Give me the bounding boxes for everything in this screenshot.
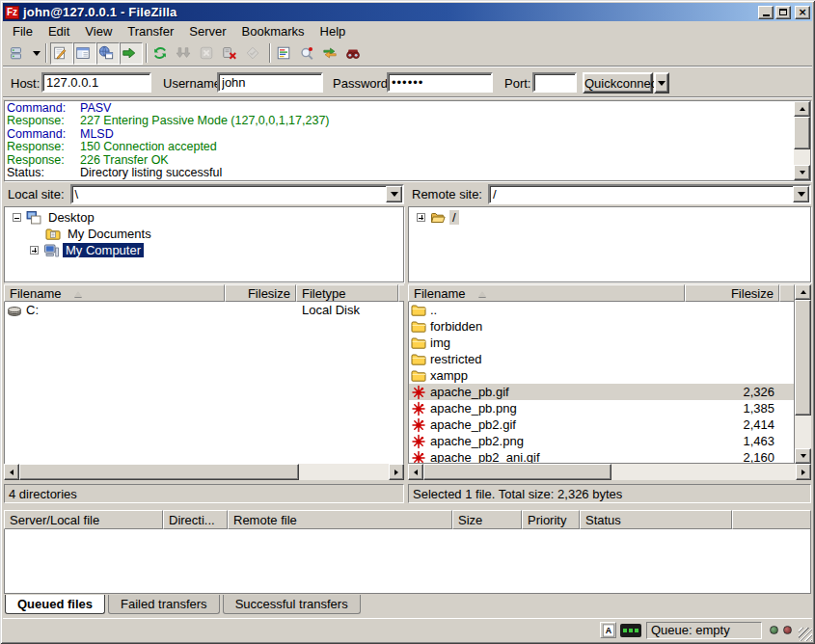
- collapse-icon[interactable]: [13, 213, 21, 222]
- host-input[interactable]: [41, 72, 151, 93]
- remote-tree-item-item[interactable]: /: [409, 209, 810, 226]
- arrow-down-icon: [800, 171, 805, 174]
- toggle-remote-tree-button[interactable]: [96, 42, 120, 65]
- status-bar: A Queue: empty: [3, 618, 812, 641]
- local-horizontal-scrollbar[interactable]: [4, 464, 404, 480]
- tab-successful-transfers[interactable]: Successful transfers: [223, 595, 361, 614]
- maximize-button[interactable]: [775, 6, 791, 19]
- toolbar: [3, 40, 812, 67]
- local-column-header-filename[interactable]: Filename: [4, 284, 225, 302]
- remote-site-dropdown-button[interactable]: [793, 186, 809, 202]
- scroll-down-button[interactable]: [795, 448, 811, 464]
- remote-file-row[interactable]: ..: [409, 302, 794, 318]
- scroll-thumb[interactable]: [423, 464, 611, 480]
- remote-file-row[interactable]: apache_pb.gif2,326: [409, 384, 794, 400]
- ascii-data-type-icon[interactable]: A: [600, 622, 616, 638]
- tab-failed-transfers[interactable]: Failed transfers: [108, 595, 220, 614]
- directory-filter-button[interactable]: [274, 42, 297, 65]
- remote-file-row[interactable]: apache_pb.png1,385: [409, 400, 794, 416]
- remote-file-row[interactable]: img: [409, 335, 794, 351]
- find-files-button[interactable]: [343, 42, 367, 65]
- username-input[interactable]: [217, 72, 323, 93]
- quickconnect-bar: Host: Username: Password: Port: Quickcon…: [3, 67, 812, 97]
- expand-icon[interactable]: [417, 213, 425, 222]
- local-site-dropdown-button[interactable]: [386, 186, 402, 202]
- queue-column-header-priority[interactable]: Priority: [522, 510, 580, 529]
- remote-horizontal-scrollbar[interactable]: [408, 464, 811, 480]
- local-tree-item-my-computer[interactable]: My Computer: [5, 242, 403, 258]
- reconnect-button[interactable]: [243, 42, 266, 65]
- toggle-transfer-queue-button[interactable]: [120, 42, 143, 65]
- scroll-up-button[interactable]: [795, 284, 811, 300]
- tab-queued-files[interactable]: Queued files: [5, 595, 105, 614]
- remote-file-row[interactable]: xampp: [409, 367, 794, 384]
- queue-column-header-status[interactable]: Status: [580, 510, 732, 529]
- local-tree-item-desktop[interactable]: Desktop: [5, 209, 403, 226]
- remote-file-row[interactable]: restricted: [409, 351, 794, 367]
- remote-site-combobox[interactable]: /: [488, 184, 811, 204]
- image-file-icon: [411, 417, 426, 433]
- menu-view[interactable]: View: [77, 22, 120, 40]
- refresh-button[interactable]: [150, 42, 174, 65]
- scroll-thumb[interactable]: [794, 117, 810, 149]
- speed-limit-icon[interactable]: [620, 624, 641, 637]
- resize-grip[interactable]: [799, 628, 812, 641]
- scroll-thumb[interactable]: [19, 464, 299, 480]
- toggle-local-tree-button[interactable]: [73, 42, 96, 65]
- local-site-label: Local site:: [4, 187, 70, 201]
- site-manager-button[interactable]: [7, 42, 30, 65]
- menu-bookmarks[interactable]: Bookmarks: [234, 22, 312, 40]
- local-tree-item-my-documents[interactable]: My Documents: [5, 226, 403, 242]
- scroll-down-button[interactable]: [794, 165, 810, 180]
- minimize-button[interactable]: [758, 6, 774, 19]
- menu-transfer[interactable]: Transfer: [120, 22, 181, 40]
- column-header-label: Filesize: [248, 286, 290, 301]
- tree-item-label: My Documents: [65, 227, 154, 241]
- menu-help[interactable]: Help: [312, 22, 354, 40]
- local-column-header-l[interactable]: L: [398, 284, 404, 302]
- scroll-right-button[interactable]: [796, 464, 811, 480]
- scroll-thumb[interactable]: [795, 300, 811, 416]
- scroll-left-button[interactable]: [408, 464, 423, 480]
- log-vertical-scrollbar[interactable]: [794, 101, 810, 180]
- menu-file[interactable]: File: [5, 22, 41, 40]
- queue-column-header-size[interactable]: Size: [452, 510, 522, 529]
- disconnect-button[interactable]: [220, 42, 243, 65]
- title-bar[interactable]: Fz john@127.0.0.1 - FileZilla ×: [3, 3, 812, 21]
- remote-file-row[interactable]: apache_pb2_ani.gif2,160: [409, 449, 794, 464]
- remote-column-header-filename[interactable]: Filename: [408, 284, 685, 302]
- remote-column-header-filesize[interactable]: Filesize: [685, 284, 779, 302]
- filesize-label: 2,414: [686, 417, 780, 432]
- chevron-down-icon: [658, 81, 666, 86]
- scroll-up-button[interactable]: [794, 101, 810, 117]
- queue-column-header-server-local-file[interactable]: Server/Local file: [4, 510, 163, 529]
- password-input[interactable]: [387, 72, 493, 93]
- local-site-combobox[interactable]: \: [70, 184, 404, 204]
- remote-file-row[interactable]: apache_pb2.png1,463: [409, 433, 794, 449]
- process-queue-button[interactable]: [174, 42, 197, 65]
- local-column-header-filesize[interactable]: Filesize: [225, 284, 296, 302]
- toggle-message-log-button[interactable]: [50, 42, 73, 65]
- site-manager-dropdown-button[interactable]: [30, 42, 42, 65]
- remote-file-row[interactable]: apache_pb2.gif2,414: [409, 416, 794, 433]
- quickconnect-dropdown-button[interactable]: [654, 72, 669, 94]
- remote-vertical-scrollbar[interactable]: [795, 284, 811, 464]
- port-input[interactable]: [532, 72, 577, 93]
- remote-file-row[interactable]: forbidden: [409, 318, 794, 335]
- close-icon: ×: [798, 8, 806, 16]
- directory-comparison-button[interactable]: [297, 42, 320, 65]
- menu-server[interactable]: Server: [181, 22, 233, 40]
- local-column-header-filetype[interactable]: Filetype: [296, 284, 398, 302]
- menu-edit[interactable]: Edit: [41, 22, 77, 40]
- local-file-row[interactable]: C:Local Disk: [5, 302, 403, 318]
- queue-column-header-directi[interactable]: Directi...: [163, 510, 228, 529]
- cancel-operation-button[interactable]: [197, 42, 220, 65]
- scroll-left-button[interactable]: [4, 464, 19, 480]
- remote-list-header: FilenameFilesize: [408, 284, 795, 302]
- close-button[interactable]: ×: [795, 6, 810, 19]
- scroll-right-button[interactable]: [389, 464, 404, 480]
- quickconnect-button[interactable]: Quickconnect: [583, 72, 653, 94]
- expand-icon[interactable]: [30, 246, 39, 255]
- queue-column-header-remote-file[interactable]: Remote file: [228, 510, 452, 529]
- synchronized-browsing-button[interactable]: [320, 42, 343, 65]
